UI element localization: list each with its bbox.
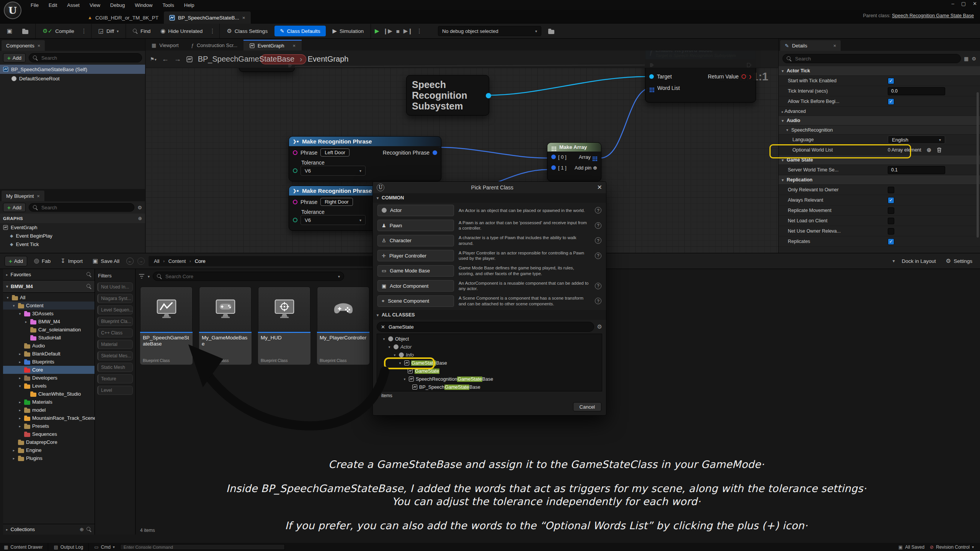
- filter-chip[interactable]: Skeletal Mes...: [97, 351, 133, 360]
- class-tree-row-object[interactable]: ▾Object: [377, 335, 602, 343]
- minimize-icon[interactable]: –: [952, 1, 954, 7]
- step-button[interactable]: ❙▶: [383, 28, 392, 34]
- crumb-core[interactable]: Core: [195, 258, 206, 264]
- asset-search-input[interactable]: ▾: [153, 272, 344, 281]
- folder-row[interactable]: Audio: [3, 342, 95, 350]
- allow-tick-checkbox[interactable]: ✓: [888, 98, 894, 105]
- drawer-expand-icon[interactable]: ▾: [892, 258, 895, 264]
- hide-unrelated-button[interactable]: ◉Hide Unrelated: [157, 25, 206, 37]
- tolerance-pin[interactable]: [293, 168, 297, 173]
- filter-chip[interactable]: Static Mesh: [97, 363, 133, 372]
- folder-row[interactable]: ▸Plugins: [3, 454, 95, 462]
- filter-chip[interactable]: Blueprint Cla...: [97, 317, 133, 326]
- close-icon[interactable]: ×: [242, 15, 245, 21]
- folder-row[interactable]: ▸MountainRace_Track_Scene: [3, 414, 95, 422]
- subsystem-output-pin[interactable]: [486, 93, 491, 98]
- find-button[interactable]: Find: [130, 26, 154, 36]
- filter-dropdown-icon[interactable]: ▾: [148, 274, 150, 279]
- menu-debug[interactable]: Debug: [106, 1, 129, 9]
- help-icon[interactable]: ?: [595, 283, 601, 289]
- filter-chip[interactable]: Level Sequen...: [97, 305, 133, 315]
- skip-button[interactable]: ▶❙: [403, 28, 413, 34]
- section-speech-recognition[interactable]: ▾SpeechRecognition: [779, 126, 980, 135]
- compile-button[interactable]: ⚙✓Compile: [39, 25, 77, 37]
- diff-button[interactable]: ◲Diff▾: [95, 25, 122, 37]
- parent-class-link[interactable]: Speech Recognition Game State Base: [892, 13, 974, 18]
- folder-row[interactable]: ▸Developers: [3, 374, 95, 382]
- recognition-phrase-out-pin[interactable]: [433, 150, 437, 155]
- favorites-expander[interactable]: ▸Favorites: [3, 269, 95, 280]
- debug-object-select[interactable]: No debug object selected▾: [438, 26, 541, 36]
- import-button[interactable]: ↧Import: [57, 255, 86, 267]
- phrase-value-input[interactable]: Right Door: [320, 198, 353, 206]
- add-element-icon[interactable]: ⊕: [927, 147, 932, 153]
- filter-chip[interactable]: Texture: [97, 374, 133, 383]
- component-row-self[interactable]: BP_SpeechGameStateBase (Self): [0, 65, 145, 74]
- dock-in-layout-button[interactable]: Dock in Layout: [898, 256, 939, 266]
- cancel-button[interactable]: Cancel: [573, 402, 601, 411]
- stop-button[interactable]: ■: [396, 28, 400, 34]
- event-row-tick[interactable]: ◆ Event Tick: [0, 240, 145, 248]
- menu-view[interactable]: View: [85, 1, 105, 9]
- gear-icon[interactable]: ⚙: [972, 56, 976, 62]
- folder-row[interactable]: ▾All: [3, 293, 95, 302]
- folder-row-selected[interactable]: Core: [3, 366, 95, 374]
- add-pin-icon[interactable]: ⊕: [593, 165, 597, 171]
- forward-icon[interactable]: →: [174, 55, 181, 63]
- console-command-input[interactable]: [120, 544, 285, 550]
- components-search-input[interactable]: [29, 53, 142, 62]
- class-tree-row-bp-speechgamestatebase[interactable]: BP_SpeechGameStateBase: [377, 383, 602, 391]
- crumb-all[interactable]: All: [154, 258, 159, 264]
- class-tree-row-actor[interactable]: ▾Actor: [377, 343, 602, 351]
- help-icon[interactable]: ?: [595, 298, 601, 304]
- section-actor-tick[interactable]: ▾Actor Tick: [779, 66, 980, 76]
- add-component-button[interactable]: +Add: [3, 53, 26, 62]
- close-icon[interactable]: ✕: [597, 184, 602, 191]
- server-world-time-input[interactable]: 0.1: [888, 166, 945, 174]
- folder-row[interactable]: ▾3DAssets: [3, 310, 95, 318]
- play-options-icon[interactable]: ⋮: [416, 28, 423, 34]
- component-row-scene-root[interactable]: DefaultSceneRoot: [0, 74, 145, 83]
- class-button-pawn[interactable]: ♟Pawn: [377, 220, 454, 231]
- details-search-input[interactable]: [782, 54, 961, 63]
- tab-blueprint[interactable]: BP_SpeechGameStateB... ×: [164, 11, 251, 24]
- event-row-beginplay[interactable]: ◆ Event BeginPlay: [0, 231, 145, 240]
- graph-row-eventgraph[interactable]: EventGraph: [0, 223, 145, 231]
- browse-debug-icon[interactable]: [545, 26, 557, 36]
- phrase-value-input[interactable]: Left Door: [320, 148, 349, 156]
- folder-row[interactable]: CleanWhite_Studio: [3, 390, 95, 398]
- word-list-pin[interactable]: [650, 88, 651, 89]
- my-blueprint-search-input[interactable]: [29, 203, 134, 212]
- tick-interval-input[interactable]: 0.0: [888, 87, 945, 95]
- net-load-checkbox[interactable]: [888, 218, 894, 224]
- hide-unrelated-options-icon[interactable]: ⋮: [209, 28, 216, 34]
- menu-asset[interactable]: Asset: [62, 1, 84, 9]
- class-button-player-controller[interactable]: ✛Player Controller: [377, 250, 454, 261]
- tolerance-dropdown[interactable]: V6▾: [301, 166, 366, 176]
- net-owner-checkbox[interactable]: [888, 228, 894, 235]
- display-filter-icon[interactable]: ▦: [964, 56, 969, 62]
- compile-options-icon[interactable]: ⋮: [81, 28, 87, 34]
- help-icon[interactable]: ?: [595, 222, 601, 229]
- fab-button[interactable]: Fab: [31, 256, 54, 266]
- tab-my-blueprint[interactable]: My Blueprint ×: [2, 191, 44, 201]
- settings-button[interactable]: ⚙Settings: [943, 255, 975, 267]
- close-icon[interactable]: ×: [833, 43, 836, 49]
- tab-viewport[interactable]: ▦Viewport: [145, 40, 185, 51]
- section-replication[interactable]: ▾Replication: [779, 175, 980, 185]
- project-root-header[interactable]: ▾BMW_M4: [3, 280, 95, 293]
- asset-tile-my-hud[interactable]: My_HUDBlueprint Class: [258, 287, 310, 365]
- tolerance-dropdown[interactable]: V6▾: [301, 215, 366, 225]
- class-button-actor-component[interactable]: ▣Actor Component: [377, 280, 454, 292]
- simulation-button[interactable]: ▶Simulation: [330, 25, 367, 37]
- advanced-expander[interactable]: ▸ Advanced: [779, 109, 980, 114]
- crumb-content[interactable]: Content: [168, 258, 186, 264]
- class-button-game-mode-base[interactable]: ▭Game Mode Base: [377, 265, 454, 277]
- all-saved-indicator[interactable]: ▣All Saved: [898, 544, 924, 550]
- node-make-recognition-phrase-1[interactable]: ❯●Make Recognition Phrase Phrase Left Do…: [289, 136, 441, 181]
- browse-asset-icon[interactable]: [19, 26, 31, 36]
- graphs-section-header[interactable]: GRAPHS ⊕: [0, 214, 145, 223]
- breadcrumb-current[interactable]: EventGraph: [308, 55, 349, 64]
- folder-row[interactable]: ▾Content: [3, 302, 95, 310]
- bookmark-icon[interactable]: ⚑▾: [150, 56, 157, 62]
